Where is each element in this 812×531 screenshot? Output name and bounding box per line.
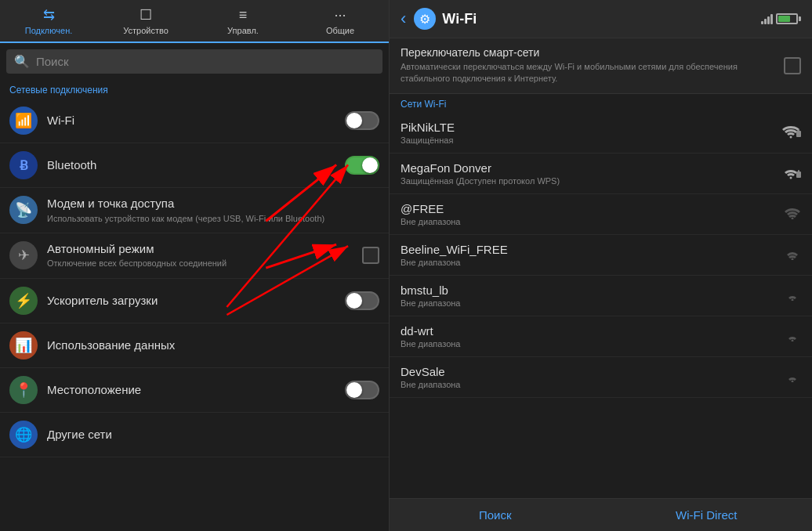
- tab-general-label: Общие: [326, 26, 354, 35]
- svg-rect-7: [798, 129, 799, 132]
- wifi-bmstu-info: bmstu_lb Вне диапазона: [401, 284, 784, 308]
- svg-rect-10: [798, 170, 799, 173]
- airplane-title: Автономный режим: [47, 241, 356, 257]
- data-text: Использование данных: [47, 338, 379, 353]
- wifi-toggle-container: [345, 111, 379, 130]
- wifi-beeline-info: Beeline_WiFi_FREE Вне диапазона: [401, 243, 784, 267]
- modem-title: Модем и точка доступа: [47, 196, 379, 211]
- airplane-text: Автономный режим Отключение всех беспров…: [47, 241, 356, 270]
- wifi-network-piknik[interactable]: PikNikLTE Защищённая: [390, 113, 812, 154]
- wifi-networks-label: Сети Wi-Fi: [390, 94, 812, 113]
- tab-connections[interactable]: ⇆ Подключен.: [0, 0, 97, 43]
- bluetooth-icon: Ƀ: [9, 151, 38, 179]
- tab-general[interactable]: ··· Общие: [292, 0, 389, 43]
- boost-toggle-knob: [346, 293, 362, 309]
- bottom-buttons: Поиск Wi-Fi Direct: [390, 498, 812, 531]
- tab-connections-label: Подключен.: [25, 26, 73, 35]
- location-text: Местоположение: [47, 382, 339, 398]
- wifi-devsale-name: DevSale: [401, 365, 784, 378]
- boost-text: Ускоритель загрузки: [47, 293, 339, 309]
- battery-body: [776, 13, 798, 24]
- menu-item-other[interactable]: 🌐 Другие сети: [0, 413, 389, 457]
- back-button[interactable]: ‹: [401, 9, 406, 29]
- boost-toggle-container: [345, 291, 379, 310]
- other-icon: 🌐: [9, 421, 38, 449]
- menu-item-wifi[interactable]: 📶 Wi-Fi: [0, 99, 389, 143]
- search-button[interactable]: Поиск: [390, 499, 601, 531]
- modem-text: Модем и точка доступа Использовать устро…: [47, 196, 379, 225]
- svg-point-14: [792, 339, 794, 341]
- tab-device[interactable]: ☐ Устройство: [97, 0, 194, 43]
- signal-bar-2: [764, 19, 767, 24]
- wifi-bmstu-signal-icon: [784, 287, 801, 305]
- airplane-checkbox[interactable]: [362, 247, 379, 264]
- wifi-free-name: @FREE: [401, 202, 784, 215]
- settings-gear-icon: ⚙: [414, 8, 436, 30]
- wifi-bmstu-name: bmstu_lb: [401, 284, 784, 297]
- location-toggle-container: [345, 381, 379, 399]
- connections-icon: ⇆: [43, 6, 55, 23]
- menu-item-boost[interactable]: ⚡ Ускоритель загрузки: [0, 279, 389, 323]
- modem-subtitle: Использовать устройство как модем (через…: [47, 213, 379, 225]
- boost-toggle[interactable]: [345, 291, 379, 310]
- right-panel: ‹ ⚙ Wi-Fi Переключатель смарт-сети Автом…: [390, 0, 812, 531]
- wifi-network-megafon[interactable]: MegaFon Donver Защищённая (Доступен прот…: [390, 154, 812, 194]
- airplane-icon: ✈: [9, 241, 38, 269]
- search-bar[interactable]: 🔍: [6, 49, 382, 74]
- boost-title: Ускоритель загрузки: [47, 293, 339, 309]
- battery-fill: [778, 16, 790, 22]
- menu-item-modem[interactable]: 📡 Модем и точка доступа Использовать уст…: [0, 188, 389, 233]
- other-text: Другие сети: [47, 427, 379, 442]
- menu-item-data[interactable]: 📊 Использование данных: [0, 323, 389, 368]
- wifi-beeline-status: Вне диапазона: [401, 258, 784, 267]
- wifi-network-free[interactable]: @FREE Вне диапазона: [390, 194, 812, 235]
- svg-point-5: [790, 135, 792, 138]
- smart-net-toggle[interactable]: [784, 57, 801, 74]
- search-icon: 🔍: [14, 54, 30, 69]
- wifi-megafon-status: Защищённая (Доступен протокол WPS): [401, 176, 781, 186]
- data-icon: 📊: [9, 331, 38, 359]
- tab-device-label: Устройство: [123, 26, 169, 35]
- location-toggle[interactable]: [345, 381, 379, 399]
- wifi-network-bmstu[interactable]: bmstu_lb Вне диапазона: [390, 276, 812, 316]
- status-bar: [761, 13, 801, 24]
- wifi-megafon-signal-icon: [781, 164, 801, 183]
- wifi-network-beeline[interactable]: Beeline_WiFi_FREE Вне диапазона: [390, 235, 812, 276]
- menu-item-location[interactable]: 📍 Местоположение: [0, 368, 389, 413]
- search-input[interactable]: [36, 55, 375, 68]
- tab-manage[interactable]: ≡ Управл.: [194, 0, 292, 43]
- wifi-ddwrt-signal-icon: [784, 327, 801, 345]
- tab-manage-label: Управл.: [227, 26, 259, 35]
- wifi-toggle[interactable]: [345, 111, 379, 130]
- wifi-icon: 📶: [9, 107, 38, 135]
- signal-bar-4: [770, 14, 773, 24]
- boost-icon: ⚡: [9, 287, 38, 315]
- bluetooth-toggle[interactable]: [345, 156, 379, 175]
- wifi-network-ddwrt[interactable]: dd-wrt Вне диапазона: [390, 316, 812, 357]
- wifi-piknik-status: Защищённая: [401, 135, 781, 145]
- bluetooth-toggle-knob: [362, 157, 378, 173]
- location-icon: 📍: [9, 376, 38, 404]
- signal-bar-3: [767, 16, 770, 24]
- section-label: Сетевые подключения: [0, 80, 389, 99]
- wifi-network-devsale[interactable]: DevSale Вне диапазона: [390, 357, 812, 398]
- wifi-title: Wi-Fi: [47, 113, 339, 128]
- wifi-free-signal-icon: [784, 205, 801, 223]
- smart-net-section: Переключатель смарт-сети Автоматически п…: [390, 38, 812, 94]
- wifi-direct-button[interactable]: Wi-Fi Direct: [601, 499, 813, 531]
- wifi-ddwrt-info: dd-wrt Вне диапазона: [401, 324, 784, 349]
- tab-bar: ⇆ Подключен. ☐ Устройство ≡ Управл. ··· …: [0, 0, 389, 43]
- modem-icon: 📡: [9, 196, 38, 224]
- wifi-ddwrt-status: Вне диапазона: [401, 339, 784, 349]
- left-panel: ⇆ Подключен. ☐ Устройство ≡ Управл. ··· …: [0, 0, 390, 531]
- smart-net-title: Переключатель смарт-сети: [401, 46, 776, 59]
- wifi-free-status: Вне диапазона: [401, 217, 784, 226]
- wifi-text: Wi-Fi: [47, 113, 339, 128]
- bluetooth-toggle-container: [345, 156, 379, 175]
- signal-icon: [761, 13, 773, 24]
- wifi-beeline-signal-icon: [784, 246, 801, 264]
- wifi-megafon-name: MegaFon Donver: [401, 161, 781, 175]
- menu-item-bluetooth[interactable]: Ƀ Bluetooth: [0, 143, 389, 188]
- menu-item-airplane[interactable]: ✈ Автономный режим Отключение всех беспр…: [0, 233, 389, 279]
- wifi-devsale-status: Вне диапазона: [401, 380, 784, 389]
